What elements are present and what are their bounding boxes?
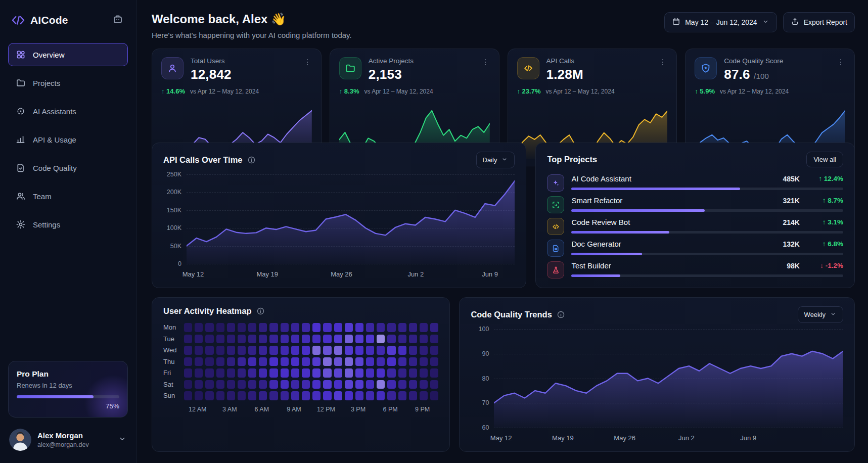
page-title: Welcome back, Alex 👋 — [152, 12, 352, 26]
project-row-doc-generator[interactable]: Doc Generator 132K ↑ 6.8% — [547, 240, 843, 257]
x-tick-label: May 26 — [331, 270, 352, 278]
project-row-test-builder[interactable]: Test Builder 98K ↓ -1.2% — [547, 261, 843, 279]
project-bar-track — [571, 209, 843, 212]
quality-interval-select[interactable]: Weekly — [798, 306, 843, 323]
info-icon[interactable] — [256, 307, 265, 315]
project-bar-fill — [571, 188, 740, 190]
project-bar-track — [571, 253, 843, 255]
heatmap-hour-label: 12 PM — [310, 406, 342, 413]
heatmap-row-sat: Sat — [163, 380, 438, 389]
project-row-smart-refactor[interactable]: Smart Refactor 321K ↑ 8.7% — [547, 196, 843, 213]
heatmap-cell — [195, 380, 203, 389]
heatmap-cell — [420, 391, 428, 400]
project-name: Doc Generator — [571, 240, 769, 248]
kebab-menu-icon[interactable] — [303, 57, 312, 68]
app-name: AICode — [30, 14, 106, 26]
heatmap-cell — [387, 380, 395, 389]
chevron-down-icon[interactable] — [118, 434, 127, 445]
heatmap-cell — [291, 391, 299, 400]
stat-cards-row: Total Users 12,842 ↑ 14.6% vs Apr 12 – M… — [152, 49, 855, 133]
heatmap-cell — [312, 380, 321, 389]
heatmap-cell — [345, 323, 353, 332]
heatmap-cell — [345, 391, 353, 400]
heatmap-hour-labels: 12 AM3 AM6 AM9 AM12 PM3 PM6 PM9 PM — [163, 406, 438, 413]
sidebar-item-api-usage[interactable]: API & Usage — [8, 128, 128, 151]
heatmap-cell — [291, 346, 299, 355]
heatmap-cell — [409, 380, 417, 389]
info-icon[interactable] — [557, 310, 565, 319]
heatmap-cell — [205, 368, 213, 378]
api-interval-select[interactable]: Daily — [476, 152, 515, 168]
heatmap-cell — [366, 368, 374, 378]
heatmap-cell — [345, 335, 353, 344]
sidebar-item-team[interactable]: Team — [8, 184, 128, 208]
kebab-menu-icon[interactable] — [481, 57, 490, 68]
user-profile[interactable]: Alex Morgan alex@morgan.dev — [8, 427, 128, 453]
code-icon — [547, 218, 564, 235]
heatmap-cell — [281, 380, 289, 389]
stat-texts: Total Users 12,842 — [191, 57, 296, 82]
date-range-label: May 12 – Jun 12, 2024 — [685, 18, 757, 26]
heatmap-hour-label: 9 PM — [406, 406, 439, 413]
heatmap-cell — [281, 391, 289, 400]
heatmap-cell — [377, 346, 385, 355]
heatmap-cell — [281, 368, 289, 378]
heatmap-row-label: Tue — [163, 335, 181, 343]
heatmap-cell — [312, 368, 321, 378]
stat-change-row: ↑ 23.7% vs Apr 12 – May 12, 2024 — [517, 87, 668, 95]
kebab-menu-icon[interactable] — [658, 57, 667, 68]
heatmap-cell — [409, 391, 417, 400]
chevron-down-icon — [762, 18, 769, 27]
x-tick-label: May 12 — [182, 270, 204, 278]
heatmap-cell — [216, 380, 224, 389]
x-tick-label: May 12 — [490, 434, 512, 442]
info-icon[interactable] — [247, 156, 256, 164]
heatmap-cell — [398, 391, 406, 400]
heatmap-cell — [205, 357, 213, 366]
project-name: Smart Refactor — [571, 196, 769, 205]
stat-value: 2,153 — [369, 67, 474, 82]
project-row-body: Smart Refactor 321K ↑ 8.7% — [571, 196, 843, 212]
date-range-button[interactable]: May 12 – Jun 12, 2024 — [664, 12, 776, 32]
heatmap-cell — [238, 335, 246, 344]
project-row-code-review-bot[interactable]: Code Review Bot 214K ↑ 3.1% — [547, 218, 843, 235]
heatmap-cell — [334, 391, 342, 400]
stat-value: 87.6 /100 — [724, 67, 829, 82]
stat-value-suffix: /100 — [754, 72, 769, 80]
project-row-line: AI Code Assistant 485K ↑ 12.4% — [571, 174, 843, 183]
project-name: Code Review Bot — [571, 218, 769, 226]
y-tick-label: 100 — [479, 326, 489, 333]
heatmap-cell — [377, 323, 385, 332]
logo-row: AICode — [8, 12, 128, 28]
heatmap-cell — [366, 391, 374, 400]
heatmap-cell — [334, 357, 342, 366]
heatmap-cell — [345, 368, 353, 378]
export-report-button[interactable]: Export Report — [783, 12, 855, 32]
nav-item-label: Settings — [33, 220, 60, 229]
stat-change-row: ↑ 5.9% vs Apr 12 – May 12, 2024 — [695, 87, 845, 95]
project-change: ↑ 6.8% — [800, 240, 843, 248]
plan-card: Pro Plan Renews in 12 days 75% — [8, 361, 128, 418]
x-tick-label: Jun 2 — [407, 270, 424, 278]
sidebar-item-projects[interactable]: Projects — [8, 71, 128, 95]
kebab-menu-icon[interactable] — [836, 57, 845, 68]
view-all-button[interactable]: View all — [806, 152, 843, 167]
project-change: ↑ 12.4% — [800, 175, 843, 182]
project-row-ai-code-assistant[interactable]: AI Code Assistant 485K ↑ 12.4% — [547, 174, 843, 192]
sidebar-item-overview[interactable]: Overview — [8, 43, 128, 66]
heatmap-cell — [195, 346, 203, 355]
sidebar-item-settings[interactable]: Settings — [8, 213, 128, 236]
middle-row: API Calls Over Time Daily 250K200K150K10… — [152, 143, 855, 288]
nav-item-label: Code Quality — [33, 164, 77, 172]
sidebar-item-code-quality[interactable]: Code Quality — [8, 156, 128, 179]
heatmap-row-thu: Thu — [163, 357, 438, 366]
quality-title: Code Quality Trends — [471, 310, 552, 319]
api-panel-header: API Calls Over Time Daily — [163, 152, 515, 168]
robot-icon[interactable] — [111, 12, 125, 28]
chart-y-axis: 250K200K150K100K50K0 — [163, 174, 187, 264]
heatmap-cell — [409, 323, 417, 332]
shield-star-icon — [695, 57, 717, 79]
heatmap-title: User Activity Heatmap — [163, 306, 252, 316]
heatmap-cell — [355, 357, 363, 366]
sidebar-item-ai-assistants[interactable]: AI Assistants — [8, 100, 128, 123]
